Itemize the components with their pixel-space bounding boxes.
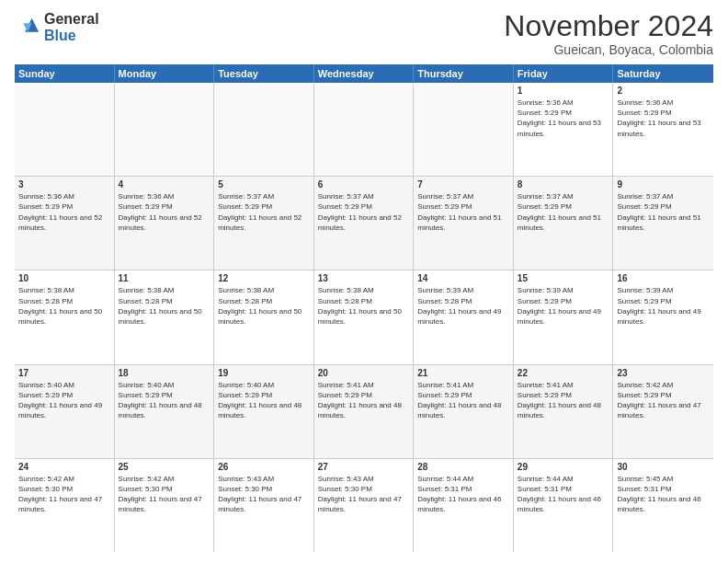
day-number: 17 (18, 368, 110, 378)
cell-info: Sunrise: 5:38 AMSunset: 5:28 PMDaylight:… (318, 285, 410, 327)
calendar-cell: 4Sunrise: 5:36 AMSunset: 5:29 PMDaylight… (115, 177, 215, 270)
header: General Blue November 2024 Gueican, Boya… (15, 11, 713, 57)
day-number: 23 (617, 368, 710, 378)
cell-info: Sunrise: 5:43 AMSunset: 5:30 PMDaylight:… (218, 474, 310, 515)
day-number: 27 (318, 462, 410, 472)
day-number: 22 (518, 368, 609, 378)
calendar-cell: 1Sunrise: 5:36 AMSunset: 5:29 PMDaylight… (514, 83, 614, 176)
cell-info: Sunrise: 5:43 AMSunset: 5:30 PMDaylight:… (318, 474, 410, 515)
day-number: 12 (218, 273, 310, 283)
calendar-cell: 9Sunrise: 5:37 AMSunset: 5:29 PMDaylight… (613, 177, 713, 270)
calendar-row-3: 10Sunrise: 5:38 AMSunset: 5:28 PMDayligh… (15, 270, 713, 364)
calendar-cell (314, 83, 415, 176)
page: General Blue November 2024 Gueican, Boya… (0, 0, 728, 563)
day-number: 26 (218, 462, 310, 472)
day-number: 14 (417, 273, 509, 283)
cell-info: Sunrise: 5:39 AMSunset: 5:29 PMDaylight:… (617, 285, 710, 327)
cell-info: Sunrise: 5:37 AMSunset: 5:29 PMDaylight:… (318, 191, 410, 233)
calendar-cell: 17Sunrise: 5:40 AMSunset: 5:29 PMDayligh… (15, 365, 115, 458)
calendar-cell: 25Sunrise: 5:42 AMSunset: 5:30 PMDayligh… (115, 459, 215, 552)
calendar-cell (15, 83, 115, 176)
cell-info: Sunrise: 5:39 AMSunset: 5:29 PMDaylight:… (518, 285, 609, 327)
cell-info: Sunrise: 5:44 AMSunset: 5:31 PMDaylight:… (417, 474, 509, 515)
day-number: 7 (417, 179, 509, 190)
cell-info: Sunrise: 5:38 AMSunset: 5:28 PMDaylight:… (218, 285, 310, 327)
day-number: 25 (119, 462, 210, 472)
location: Gueican, Boyaca, Colombia (504, 42, 713, 57)
calendar-cell: 27Sunrise: 5:43 AMSunset: 5:30 PMDayligh… (314, 459, 415, 552)
day-number: 2 (617, 86, 710, 96)
day-number: 4 (119, 179, 210, 190)
weekday-header-monday: Monday (115, 64, 215, 83)
calendar-cell (414, 83, 514, 176)
cell-info: Sunrise: 5:36 AMSunset: 5:29 PMDaylight:… (617, 98, 710, 139)
calendar-header-row: SundayMondayTuesdayWednesdayThursdayFrid… (15, 64, 713, 83)
calendar-row-2: 3Sunrise: 5:36 AMSunset: 5:29 PMDaylight… (15, 177, 713, 270)
day-number: 5 (218, 179, 310, 190)
calendar-row-1: 1Sunrise: 5:36 AMSunset: 5:29 PMDaylight… (15, 83, 713, 177)
day-number: 6 (318, 179, 410, 190)
day-number: 19 (218, 368, 310, 378)
cell-info: Sunrise: 5:38 AMSunset: 5:28 PMDaylight:… (18, 285, 110, 327)
cell-info: Sunrise: 5:41 AMSunset: 5:29 PMDaylight:… (417, 380, 509, 421)
weekday-header-saturday: Saturday (613, 64, 713, 83)
calendar-cell: 21Sunrise: 5:41 AMSunset: 5:29 PMDayligh… (414, 365, 514, 458)
logo-icon (15, 15, 40, 40)
calendar-cell: 23Sunrise: 5:42 AMSunset: 5:29 PMDayligh… (613, 365, 713, 458)
calendar-cell: 26Sunrise: 5:43 AMSunset: 5:30 PMDayligh… (214, 459, 314, 552)
cell-info: Sunrise: 5:41 AMSunset: 5:29 PMDaylight:… (518, 380, 609, 421)
day-number: 21 (417, 368, 509, 378)
month-title: November 2024 (504, 11, 713, 40)
calendar-cell: 6Sunrise: 5:37 AMSunset: 5:29 PMDaylight… (314, 177, 415, 270)
cell-info: Sunrise: 5:42 AMSunset: 5:30 PMDaylight:… (18, 474, 110, 515)
calendar-cell: 18Sunrise: 5:40 AMSunset: 5:29 PMDayligh… (115, 365, 215, 458)
calendar-cell: 8Sunrise: 5:37 AMSunset: 5:29 PMDaylight… (514, 177, 614, 270)
cell-info: Sunrise: 5:37 AMSunset: 5:29 PMDaylight:… (218, 191, 310, 233)
cell-info: Sunrise: 5:37 AMSunset: 5:29 PMDaylight:… (617, 191, 710, 233)
calendar-cell: 3Sunrise: 5:36 AMSunset: 5:29 PMDaylight… (15, 177, 115, 270)
day-number: 8 (518, 179, 609, 190)
logo-text: General Blue (44, 11, 99, 43)
cell-info: Sunrise: 5:40 AMSunset: 5:29 PMDaylight:… (18, 380, 110, 421)
calendar-cell: 7Sunrise: 5:37 AMSunset: 5:29 PMDaylight… (414, 177, 514, 270)
calendar-cell: 14Sunrise: 5:39 AMSunset: 5:28 PMDayligh… (414, 270, 514, 363)
day-number: 28 (417, 462, 509, 472)
cell-info: Sunrise: 5:42 AMSunset: 5:30 PMDaylight:… (119, 474, 210, 515)
calendar-cell (214, 83, 314, 176)
logo-blue: Blue (44, 28, 99, 44)
weekday-header-friday: Friday (514, 64, 614, 83)
cell-info: Sunrise: 5:36 AMSunset: 5:29 PMDaylight:… (119, 191, 210, 233)
day-number: 30 (617, 462, 710, 472)
title-section: November 2024 Gueican, Boyaca, Colombia (504, 11, 713, 57)
cell-info: Sunrise: 5:39 AMSunset: 5:28 PMDaylight:… (417, 285, 509, 327)
calendar-cell: 29Sunrise: 5:44 AMSunset: 5:31 PMDayligh… (514, 459, 614, 552)
cell-info: Sunrise: 5:45 AMSunset: 5:31 PMDaylight:… (617, 474, 710, 515)
calendar-cell: 28Sunrise: 5:44 AMSunset: 5:31 PMDayligh… (414, 459, 514, 552)
calendar-cell: 30Sunrise: 5:45 AMSunset: 5:31 PMDayligh… (613, 459, 713, 552)
weekday-header-sunday: Sunday (15, 64, 115, 83)
cell-info: Sunrise: 5:44 AMSunset: 5:31 PMDaylight:… (518, 474, 609, 515)
cell-info: Sunrise: 5:36 AMSunset: 5:29 PMDaylight:… (18, 191, 110, 233)
calendar-cell: 2Sunrise: 5:36 AMSunset: 5:29 PMDaylight… (613, 83, 713, 176)
calendar-row-5: 24Sunrise: 5:42 AMSunset: 5:30 PMDayligh… (15, 459, 713, 552)
calendar-cell (115, 83, 215, 176)
calendar-cell: 13Sunrise: 5:38 AMSunset: 5:28 PMDayligh… (314, 270, 415, 363)
day-number: 13 (318, 273, 410, 283)
day-number: 10 (18, 273, 110, 283)
weekday-header-wednesday: Wednesday (314, 64, 415, 83)
day-number: 29 (518, 462, 609, 472)
calendar: SundayMondayTuesdayWednesdayThursdayFrid… (15, 64, 713, 552)
day-number: 20 (318, 368, 410, 378)
day-number: 9 (617, 179, 710, 190)
cell-info: Sunrise: 5:42 AMSunset: 5:29 PMDaylight:… (617, 380, 710, 421)
calendar-cell: 22Sunrise: 5:41 AMSunset: 5:29 PMDayligh… (514, 365, 614, 458)
calendar-row-4: 17Sunrise: 5:40 AMSunset: 5:29 PMDayligh… (15, 365, 713, 459)
weekday-header-thursday: Thursday (414, 64, 514, 83)
cell-info: Sunrise: 5:37 AMSunset: 5:29 PMDaylight:… (518, 191, 609, 233)
calendar-cell: 10Sunrise: 5:38 AMSunset: 5:28 PMDayligh… (15, 270, 115, 363)
calendar-cell: 19Sunrise: 5:40 AMSunset: 5:29 PMDayligh… (214, 365, 314, 458)
day-number: 3 (18, 179, 110, 190)
calendar-cell: 15Sunrise: 5:39 AMSunset: 5:29 PMDayligh… (514, 270, 614, 363)
day-number: 15 (518, 273, 609, 283)
day-number: 24 (18, 462, 110, 472)
